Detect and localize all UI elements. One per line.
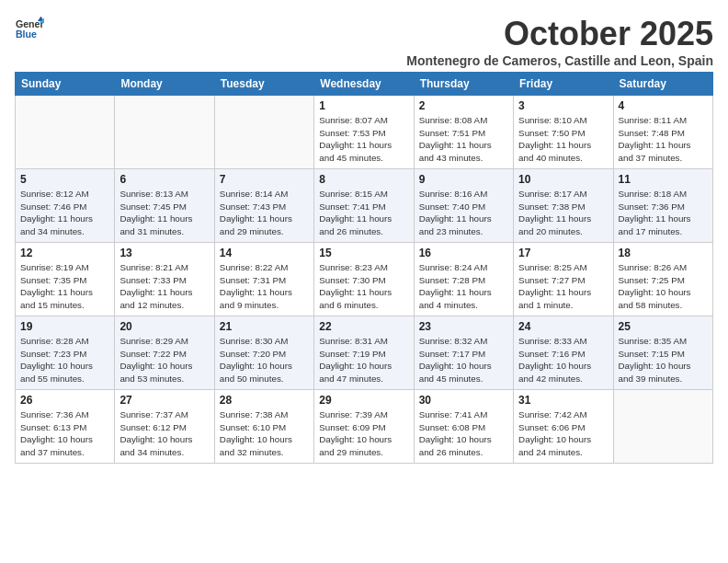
day-info: Sunrise: 8:21 AM Sunset: 7:33 PM Dayligh…	[119, 261, 209, 312]
column-header-monday: Monday	[115, 73, 214, 96]
calendar-cell: 1Sunrise: 8:07 AM Sunset: 7:53 PM Daylig…	[314, 96, 414, 169]
day-number: 1	[319, 99, 408, 112]
calendar-cell: 29Sunrise: 7:39 AM Sunset: 6:09 PM Dayli…	[314, 390, 414, 464]
day-info: Sunrise: 8:16 AM Sunset: 7:40 PM Dayligh…	[419, 188, 508, 238]
calendar-cell: 17Sunrise: 8:25 AM Sunset: 7:27 PM Dayli…	[514, 243, 613, 316]
day-info: Sunrise: 8:08 AM Sunset: 7:51 PM Dayligh…	[419, 114, 508, 165]
calendar-cell: 12Sunrise: 8:19 AM Sunset: 7:35 PM Dayli…	[16, 243, 115, 316]
day-number: 2	[419, 99, 508, 112]
day-info: Sunrise: 8:18 AM Sunset: 7:36 PM Dayligh…	[619, 188, 708, 238]
day-info: Sunrise: 8:25 AM Sunset: 7:27 PM Dayligh…	[518, 261, 608, 312]
day-number: 23	[419, 320, 508, 333]
calendar-cell: 3Sunrise: 8:10 AM Sunset: 7:50 PM Daylig…	[514, 96, 613, 169]
day-number: 15	[319, 247, 408, 259]
calendar-cell: 31Sunrise: 7:42 AM Sunset: 6:06 PM Dayli…	[514, 390, 613, 464]
day-number: 26	[20, 394, 109, 407]
column-header-sunday: Sunday	[16, 73, 115, 96]
day-info: Sunrise: 8:31 AM Sunset: 7:19 PM Dayligh…	[319, 335, 408, 385]
day-number: 16	[419, 247, 508, 259]
day-info: Sunrise: 8:33 AM Sunset: 7:16 PM Dayligh…	[518, 335, 608, 385]
calendar-week-row: 12Sunrise: 8:19 AM Sunset: 7:35 PM Dayli…	[16, 243, 713, 316]
logo-icon: General Blue	[15, 15, 44, 44]
title-block: October 2025 Montenegro de Cameros, Cast…	[406, 15, 713, 68]
day-info: Sunrise: 7:41 AM Sunset: 6:08 PM Dayligh…	[419, 408, 508, 459]
calendar-week-row: 5Sunrise: 8:12 AM Sunset: 7:46 PM Daylig…	[16, 169, 713, 243]
calendar-cell: 28Sunrise: 7:38 AM Sunset: 6:10 PM Dayli…	[214, 390, 313, 464]
calendar-table: SundayMondayTuesdayWednesdayThursdayFrid…	[15, 72, 713, 464]
day-info: Sunrise: 7:37 AM Sunset: 6:12 PM Dayligh…	[119, 408, 209, 459]
calendar-cell	[115, 96, 214, 169]
day-info: Sunrise: 8:15 AM Sunset: 7:41 PM Dayligh…	[319, 188, 408, 238]
svg-text:Blue: Blue	[16, 29, 37, 40]
day-number: 31	[518, 394, 608, 407]
day-number: 12	[20, 247, 109, 259]
day-info: Sunrise: 8:14 AM Sunset: 7:43 PM Dayligh…	[220, 188, 309, 238]
day-info: Sunrise: 8:17 AM Sunset: 7:38 PM Dayligh…	[518, 188, 608, 238]
calendar-week-row: 26Sunrise: 7:36 AM Sunset: 6:13 PM Dayli…	[16, 390, 713, 464]
calendar-cell: 5Sunrise: 8:12 AM Sunset: 7:46 PM Daylig…	[16, 169, 115, 243]
column-header-thursday: Thursday	[414, 73, 513, 96]
column-header-saturday: Saturday	[613, 73, 712, 96]
calendar-cell: 20Sunrise: 8:29 AM Sunset: 7:22 PM Dayli…	[115, 316, 214, 390]
day-info: Sunrise: 8:24 AM Sunset: 7:28 PM Dayligh…	[419, 261, 508, 312]
calendar-cell	[613, 390, 712, 464]
day-info: Sunrise: 8:30 AM Sunset: 7:20 PM Dayligh…	[220, 335, 309, 385]
day-info: Sunrise: 8:10 AM Sunset: 7:50 PM Dayligh…	[518, 114, 608, 165]
day-number: 27	[119, 394, 209, 407]
day-info: Sunrise: 8:11 AM Sunset: 7:48 PM Dayligh…	[619, 114, 708, 165]
calendar-cell: 22Sunrise: 8:31 AM Sunset: 7:19 PM Dayli…	[314, 316, 414, 390]
day-number: 11	[619, 173, 708, 186]
calendar-subtitle: Montenegro de Cameros, Castille and Leon…	[406, 53, 713, 68]
day-number: 5	[20, 173, 109, 186]
calendar-cell: 7Sunrise: 8:14 AM Sunset: 7:43 PM Daylig…	[214, 169, 313, 243]
day-number: 30	[419, 394, 508, 407]
calendar-cell: 24Sunrise: 8:33 AM Sunset: 7:16 PM Dayli…	[514, 316, 613, 390]
day-number: 18	[619, 247, 708, 259]
calendar-cell: 30Sunrise: 7:41 AM Sunset: 6:08 PM Dayli…	[414, 390, 513, 464]
calendar-cell: 27Sunrise: 7:37 AM Sunset: 6:12 PM Dayli…	[115, 390, 214, 464]
calendar-cell: 26Sunrise: 7:36 AM Sunset: 6:13 PM Dayli…	[16, 390, 115, 464]
day-number: 19	[20, 320, 109, 333]
calendar-cell: 25Sunrise: 8:35 AM Sunset: 7:15 PM Dayli…	[613, 316, 712, 390]
day-number: 8	[319, 173, 408, 186]
calendar-cell: 10Sunrise: 8:17 AM Sunset: 7:38 PM Dayli…	[514, 169, 613, 243]
day-number: 20	[119, 320, 209, 333]
calendar-cell: 23Sunrise: 8:32 AM Sunset: 7:17 PM Dayli…	[414, 316, 513, 390]
calendar-cell	[16, 96, 115, 169]
day-info: Sunrise: 8:28 AM Sunset: 7:23 PM Dayligh…	[20, 335, 109, 385]
day-info: Sunrise: 8:29 AM Sunset: 7:22 PM Dayligh…	[119, 335, 209, 385]
logo: General Blue	[15, 15, 44, 44]
page-header: General Blue October 2025 Montenegro de …	[15, 15, 713, 68]
day-number: 6	[119, 173, 209, 186]
calendar-cell: 11Sunrise: 8:18 AM Sunset: 7:36 PM Dayli…	[613, 169, 712, 243]
calendar-cell: 4Sunrise: 8:11 AM Sunset: 7:48 PM Daylig…	[613, 96, 712, 169]
day-number: 17	[518, 247, 608, 259]
day-info: Sunrise: 8:32 AM Sunset: 7:17 PM Dayligh…	[419, 335, 508, 385]
calendar-cell	[214, 96, 313, 169]
day-info: Sunrise: 8:12 AM Sunset: 7:46 PM Dayligh…	[20, 188, 109, 238]
day-number: 14	[220, 247, 309, 259]
calendar-header-row: SundayMondayTuesdayWednesdayThursdayFrid…	[16, 73, 713, 96]
calendar-week-row: 1Sunrise: 8:07 AM Sunset: 7:53 PM Daylig…	[16, 96, 713, 169]
day-info: Sunrise: 8:13 AM Sunset: 7:45 PM Dayligh…	[119, 188, 209, 238]
day-info: Sunrise: 8:19 AM Sunset: 7:35 PM Dayligh…	[20, 261, 109, 312]
calendar-week-row: 19Sunrise: 8:28 AM Sunset: 7:23 PM Dayli…	[16, 316, 713, 390]
calendar-title: October 2025	[406, 15, 713, 53]
day-info: Sunrise: 8:35 AM Sunset: 7:15 PM Dayligh…	[619, 335, 708, 385]
day-number: 28	[220, 394, 309, 407]
day-info: Sunrise: 7:39 AM Sunset: 6:09 PM Dayligh…	[319, 408, 408, 459]
day-number: 4	[619, 99, 708, 112]
calendar-cell: 6Sunrise: 8:13 AM Sunset: 7:45 PM Daylig…	[115, 169, 214, 243]
calendar-cell: 21Sunrise: 8:30 AM Sunset: 7:20 PM Dayli…	[214, 316, 313, 390]
calendar-cell: 16Sunrise: 8:24 AM Sunset: 7:28 PM Dayli…	[414, 243, 513, 316]
day-number: 13	[119, 247, 209, 259]
calendar-cell: 15Sunrise: 8:23 AM Sunset: 7:30 PM Dayli…	[314, 243, 414, 316]
day-number: 24	[518, 320, 608, 333]
calendar-cell: 19Sunrise: 8:28 AM Sunset: 7:23 PM Dayli…	[16, 316, 115, 390]
calendar-cell: 18Sunrise: 8:26 AM Sunset: 7:25 PM Dayli…	[613, 243, 712, 316]
column-header-friday: Friday	[514, 73, 613, 96]
day-number: 29	[319, 394, 408, 407]
calendar-cell: 2Sunrise: 8:08 AM Sunset: 7:51 PM Daylig…	[414, 96, 513, 169]
calendar-cell: 13Sunrise: 8:21 AM Sunset: 7:33 PM Dayli…	[115, 243, 214, 316]
column-header-tuesday: Tuesday	[214, 73, 313, 96]
